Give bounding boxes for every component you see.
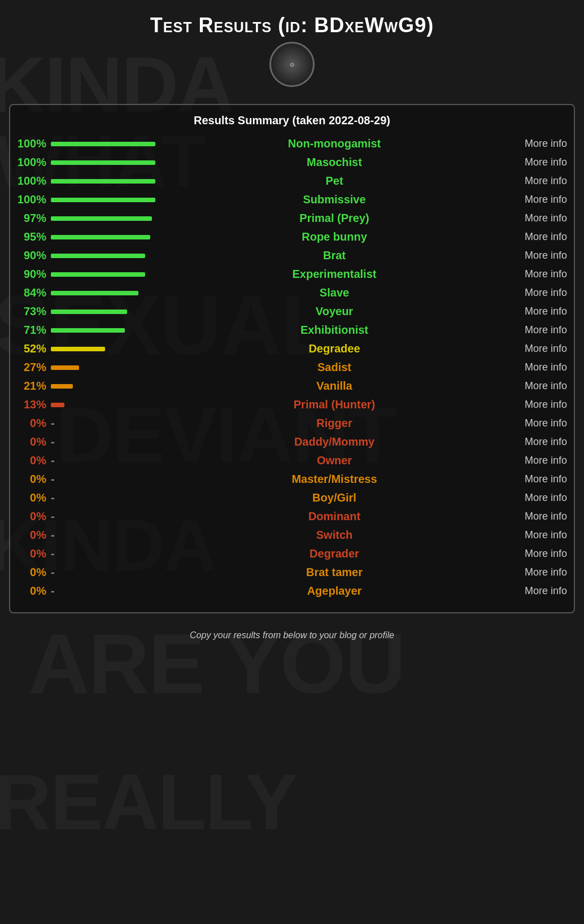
- result-trait-name: Owner: [168, 454, 500, 467]
- more-info-link[interactable]: More info: [505, 138, 567, 150]
- more-info-link[interactable]: More info: [505, 511, 567, 522]
- result-dash: -: [51, 417, 55, 430]
- result-row: 71%ExhibitionistMore info: [17, 324, 567, 337]
- result-trait-name: Submissive: [168, 193, 500, 206]
- more-info-link[interactable]: More info: [505, 455, 567, 467]
- result-row: 100%SubmissiveMore info: [17, 193, 567, 206]
- result-row: 97%Primal (Prey)More info: [17, 212, 567, 225]
- result-row: 0%-SwitchMore info: [17, 529, 567, 542]
- result-bar-container: [51, 179, 164, 184]
- more-info-link[interactable]: More info: [505, 399, 567, 411]
- result-bar: [51, 272, 145, 277]
- results-summary-title: Results Summary (taken 2022-08-29): [17, 114, 567, 127]
- result-trait-name: Ageplayer: [168, 585, 500, 598]
- more-info-link[interactable]: More info: [505, 231, 567, 243]
- more-info-link[interactable]: More info: [505, 380, 567, 392]
- more-info-link[interactable]: More info: [505, 194, 567, 206]
- more-info-link[interactable]: More info: [505, 343, 567, 355]
- result-trait-name: Brat tamer: [168, 566, 500, 579]
- result-percentage: 21%: [17, 380, 46, 393]
- more-info-link[interactable]: More info: [505, 417, 567, 429]
- result-percentage: 71%: [17, 324, 46, 337]
- result-trait-name: Rope bunny: [168, 230, 500, 243]
- result-trait-name: Dominant: [168, 510, 500, 523]
- result-trait-name: Boy/Girl: [168, 491, 500, 504]
- more-info-link[interactable]: More info: [505, 436, 567, 448]
- result-bar-container: [51, 291, 164, 295]
- result-trait-name: Primal (Hunter): [168, 398, 500, 411]
- result-bar: [51, 328, 125, 333]
- result-bar-container: -: [51, 547, 164, 560]
- more-info-link[interactable]: More info: [505, 156, 567, 168]
- results-card: Results Summary (taken 2022-08-29) 100%N…: [9, 104, 575, 613]
- logo-circle: ⊙: [269, 42, 315, 87]
- result-bar-container: [51, 235, 164, 239]
- result-row: 100%PetMore info: [17, 175, 567, 188]
- result-row: 0%-Master/MistressMore info: [17, 473, 567, 486]
- result-bar-container: [51, 310, 164, 314]
- result-trait-name: Rigger: [168, 417, 500, 430]
- more-info-link[interactable]: More info: [505, 548, 567, 560]
- result-bar-container: [51, 198, 164, 202]
- more-info-link[interactable]: More info: [505, 529, 567, 541]
- more-info-link[interactable]: More info: [505, 585, 567, 597]
- result-row: 0%-RiggerMore info: [17, 417, 567, 430]
- result-row: 21%VanillaMore info: [17, 380, 567, 393]
- more-info-link[interactable]: More info: [505, 212, 567, 224]
- result-bar-container: [51, 272, 164, 277]
- result-trait-name: Degradee: [168, 342, 500, 355]
- result-percentage: 100%: [17, 193, 46, 206]
- more-info-link[interactable]: More info: [505, 175, 567, 187]
- result-bar: [51, 142, 155, 146]
- result-row: 27%SadistMore info: [17, 361, 567, 374]
- result-percentage: 90%: [17, 268, 46, 281]
- result-row: 73%VoyeurMore info: [17, 305, 567, 318]
- result-row: 13%Primal (Hunter)More info: [17, 398, 567, 411]
- result-percentage: 27%: [17, 361, 46, 374]
- result-dash: -: [51, 529, 55, 542]
- logo: ⊙: [11, 42, 573, 87]
- more-info-link[interactable]: More info: [505, 566, 567, 578]
- more-info-link[interactable]: More info: [505, 250, 567, 261]
- result-bar: [51, 347, 105, 351]
- result-bar: [51, 160, 155, 165]
- more-info-link[interactable]: More info: [505, 324, 567, 336]
- result-percentage: 84%: [17, 286, 46, 299]
- result-bar: [51, 310, 127, 314]
- result-row: 0%-AgeplayerMore info: [17, 585, 567, 598]
- result-bar-container: -: [51, 473, 164, 486]
- result-percentage: 97%: [17, 212, 46, 225]
- more-info-link[interactable]: More info: [505, 473, 567, 485]
- result-row: 0%-Brat tamerMore info: [17, 566, 567, 579]
- result-trait-name: Primal (Prey): [168, 212, 500, 225]
- result-bar-container: -: [51, 566, 164, 579]
- result-trait-name: Vanilla: [168, 380, 500, 393]
- result-row: 100%Non-monogamistMore info: [17, 137, 567, 150]
- result-bar: [51, 403, 64, 407]
- more-info-link[interactable]: More info: [505, 268, 567, 280]
- result-dash: -: [51, 566, 55, 579]
- result-bar: [51, 179, 155, 184]
- result-row: 0%-DominantMore info: [17, 510, 567, 523]
- result-bar: [51, 384, 73, 389]
- more-info-link[interactable]: More info: [505, 306, 567, 317]
- more-info-link[interactable]: More info: [505, 287, 567, 299]
- result-trait-name: Brat: [168, 249, 500, 262]
- more-info-link[interactable]: More info: [505, 361, 567, 373]
- result-row: 100%MasochistMore info: [17, 156, 567, 169]
- result-bar-container: [51, 384, 164, 389]
- result-bar-container: [51, 328, 164, 333]
- result-percentage: 0%: [17, 454, 46, 467]
- result-trait-name: Switch: [168, 529, 500, 542]
- result-percentage: 0%: [17, 529, 46, 542]
- result-dash: -: [51, 491, 55, 504]
- result-bar-container: -: [51, 491, 164, 504]
- more-info-link[interactable]: More info: [505, 492, 567, 504]
- result-bar-container: -: [51, 529, 164, 542]
- result-trait-name: Degrader: [168, 547, 500, 560]
- result-percentage: 0%: [17, 491, 46, 504]
- footer-note: Copy your results from below to your blo…: [0, 625, 584, 646]
- result-percentage: 100%: [17, 156, 46, 169]
- result-bar-container: -: [51, 435, 164, 448]
- result-trait-name: Sadist: [168, 361, 500, 374]
